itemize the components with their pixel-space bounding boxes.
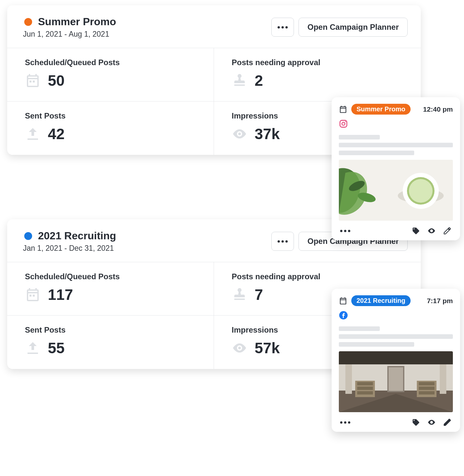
metric-value: 55 xyxy=(48,339,65,357)
metric-scheduled: Scheduled/Queued Posts 117 xyxy=(7,262,214,316)
post-preview-card[interactable]: Summer Promo 12:40 pm xyxy=(332,97,460,240)
metric-label: Sent Posts xyxy=(25,325,201,335)
campaign-title-block: 2021 Recruiting Jan 1, 2021 - Dec 31, 20… xyxy=(24,230,116,253)
instagram-icon xyxy=(339,119,348,128)
post-card-header: Summer Promo 12:40 pm xyxy=(339,104,453,115)
campaign-title: 2021 Recruiting xyxy=(38,230,116,242)
stamp-icon xyxy=(232,287,247,302)
upload-icon xyxy=(25,340,41,356)
metric-label: Scheduled/Queued Posts xyxy=(25,272,201,281)
svg-rect-18 xyxy=(357,387,373,390)
metric-value: 37k xyxy=(255,125,280,143)
campaign-badge: Summer Promo xyxy=(351,104,411,115)
campaign-date-range: Jan 1, 2021 - Dec 31, 2021 xyxy=(23,244,116,253)
svg-point-1 xyxy=(342,122,345,125)
svg-point-7 xyxy=(409,179,433,203)
post-preview-card[interactable]: 2021 Recruiting 7:17 pm xyxy=(332,289,460,432)
svg-rect-19 xyxy=(357,391,373,394)
post-text-skeleton xyxy=(339,135,453,155)
upload-icon xyxy=(25,126,41,142)
campaign-header: Summer Promo Jun 1, 2021 - Aug 1, 2021 O… xyxy=(7,5,421,48)
metric-scheduled: Scheduled/Queued Posts 50 xyxy=(7,48,214,101)
ellipsis-icon xyxy=(278,26,288,28)
network-icon-row xyxy=(339,311,453,321)
svg-rect-13 xyxy=(339,351,453,364)
tag-icon[interactable] xyxy=(412,418,420,427)
svg-rect-21 xyxy=(419,382,435,385)
tag-icon[interactable] xyxy=(412,227,420,235)
metric-approval: Posts needing approval 2 xyxy=(214,48,421,101)
svg-rect-17 xyxy=(357,382,373,385)
metric-value: 2 xyxy=(255,72,263,89)
calendar-icon xyxy=(25,287,41,302)
metric-label: Posts needing approval xyxy=(232,58,408,67)
calendar-icon xyxy=(339,297,347,305)
post-image xyxy=(339,160,453,221)
stamp-icon xyxy=(232,73,247,88)
calendar-icon xyxy=(339,105,347,114)
metric-value: 42 xyxy=(48,125,65,143)
more-actions-button[interactable] xyxy=(271,232,294,251)
edit-icon[interactable] xyxy=(443,227,452,235)
campaign-title: Summer Promo xyxy=(38,16,116,28)
network-icon-row xyxy=(339,119,453,130)
post-card-header: 2021 Recruiting 7:17 pm xyxy=(339,295,453,306)
more-actions-button[interactable] xyxy=(271,18,294,37)
metric-value: 117 xyxy=(48,286,73,303)
eye-icon[interactable] xyxy=(427,227,436,235)
post-image xyxy=(339,351,453,412)
calendar-icon xyxy=(25,73,41,88)
campaign-color-dot xyxy=(24,232,32,240)
metric-value: 57k xyxy=(255,339,280,357)
eye-icon[interactable] xyxy=(427,418,436,427)
svg-point-2 xyxy=(345,121,346,122)
open-campaign-planner-button[interactable]: Open Campaign Planner xyxy=(299,18,408,37)
metric-sent: Sent Posts 55 xyxy=(7,316,214,369)
post-card-footer xyxy=(339,227,453,235)
ellipsis-icon[interactable] xyxy=(340,421,350,424)
ellipsis-icon xyxy=(278,240,288,243)
post-card-footer xyxy=(339,418,453,427)
metric-value: 7 xyxy=(255,286,263,303)
campaign-title-block: Summer Promo Jun 1, 2021 - Aug 1, 2021 xyxy=(24,16,116,39)
metric-label: Posts needing approval xyxy=(232,272,408,281)
svg-rect-25 xyxy=(440,364,446,394)
svg-rect-24 xyxy=(345,364,352,394)
post-time: 12:40 pm xyxy=(423,105,453,113)
campaign-color-dot xyxy=(24,18,32,26)
svg-rect-15 xyxy=(389,367,403,391)
campaign-badge: 2021 Recruiting xyxy=(351,295,411,306)
ellipsis-icon[interactable] xyxy=(340,230,350,232)
metric-sent: Sent Posts 42 xyxy=(7,101,214,155)
post-text-skeleton xyxy=(339,326,453,347)
metric-value: 50 xyxy=(48,72,65,89)
metric-label: Sent Posts xyxy=(25,111,201,120)
eye-icon xyxy=(232,126,247,142)
edit-icon[interactable] xyxy=(443,418,452,427)
eye-icon xyxy=(232,340,247,356)
svg-rect-22 xyxy=(419,387,435,390)
campaign-date-range: Jun 1, 2021 - Aug 1, 2021 xyxy=(23,30,116,39)
facebook-icon xyxy=(339,311,348,320)
svg-rect-23 xyxy=(419,391,435,394)
post-time: 7:17 pm xyxy=(427,297,453,305)
metric-label: Scheduled/Queued Posts xyxy=(25,58,201,67)
